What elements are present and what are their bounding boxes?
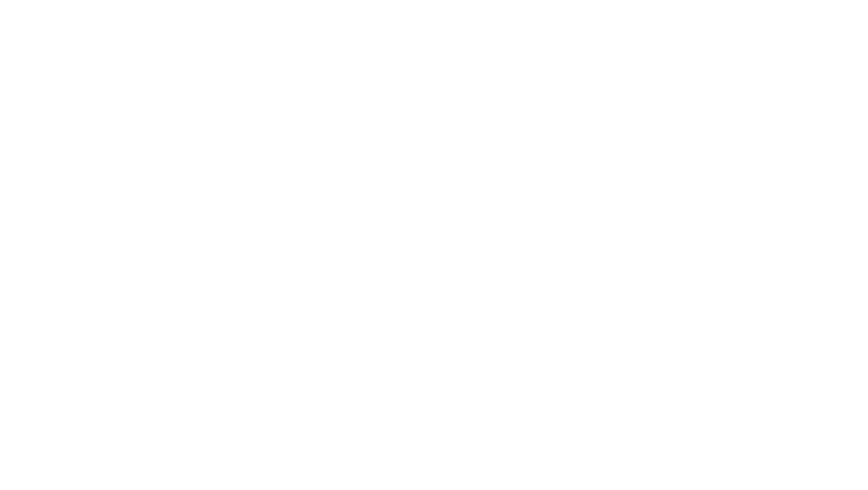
code-lines — [0, 0, 868, 490]
code-editor[interactable] — [0, 0, 868, 490]
